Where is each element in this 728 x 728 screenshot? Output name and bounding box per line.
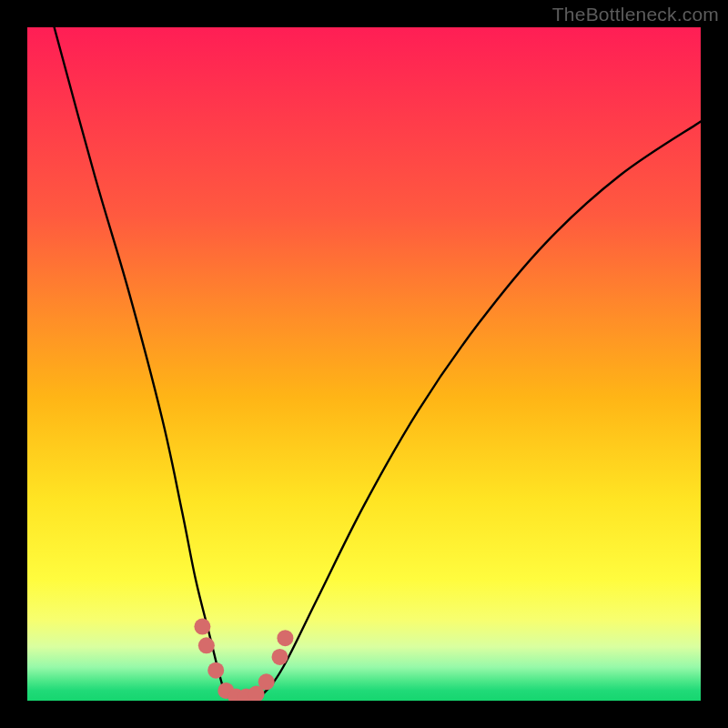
highlight-dot — [272, 649, 288, 665]
highlight-dot — [258, 673, 275, 690]
bottleneck-curve — [55, 27, 701, 701]
highlight-dot — [207, 662, 224, 679]
highlight-dot — [277, 630, 293, 646]
highlight-dot — [194, 619, 210, 635]
highlight-dots — [194, 619, 293, 701]
watermark-label: TheBottleneck.com — [552, 4, 719, 25]
plot-area — [27, 27, 701, 701]
highlight-dot — [198, 637, 215, 653]
chart-frame: TheBottleneck.com — [0, 0, 728, 728]
chart-svg — [27, 27, 701, 701]
